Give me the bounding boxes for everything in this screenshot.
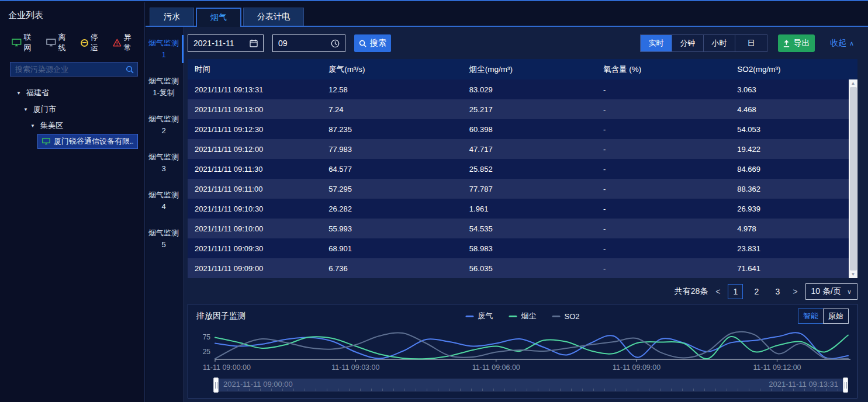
main-panel: 污水烟气分表计电 烟气监测1烟气监测1-复制烟气监测2烟气监测3烟气监测4烟气监… [146,2,868,402]
monitor-tab[interactable]: 烟气监测2 [146,111,184,139]
granularity-button[interactable]: 分钟 [672,35,704,51]
chevron-down-icon[interactable]: ▼ [30,123,36,129]
date-picker[interactable] [188,34,264,52]
hour-picker[interactable] [272,34,345,52]
chevron-down-icon[interactable]: ▼ [16,91,22,96]
table-row[interactable]: 2021/11/11 09:13:3112.5883.029-3.063 [188,79,857,99]
tree-item-company-selected[interactable]: 厦门锐谷通信设备有限... [37,134,138,149]
slider-handle-right[interactable] [843,377,848,393]
granularity-button[interactable]: 日 [735,35,767,51]
granularity-button[interactable]: 实时 [641,35,672,51]
table-cell: 7.24 [321,99,462,119]
time-range-slider[interactable]: 2021-11-11 09:00:00 2021-11-11 09:13:31 [215,379,846,391]
top-tab[interactable]: 污水 [150,8,194,26]
top-tab[interactable]: 烟气 [196,8,241,27]
search-button[interactable]: 搜索 [354,34,391,52]
tree-item-city[interactable]: ▼ 厦门市 [0,101,144,117]
legend-label: 联网 [24,32,39,53]
tree-item-district[interactable]: ▼ 集美区 [0,117,144,134]
table-cell: 77.983 [321,139,462,159]
content-area: 搜索 实时分钟小时日 导出 收起 [184,27,868,402]
table-cell: - [596,179,730,199]
tree-label: 福建省 [26,88,49,98]
table-row[interactable]: 2021/11/11 09:11:3064.57725.852-84.669 [188,159,857,179]
hour-input[interactable] [278,39,331,48]
table-cell: 84.669 [730,159,857,179]
page-size-label: 10 条/页 [811,286,841,297]
top-tab[interactable]: 分表计电 [243,8,304,26]
pagination: 共有28条 < 123 > 10 条/页 ∨ [188,283,857,300]
next-page-icon[interactable]: > [791,287,798,296]
monitor-tab[interactable]: 烟气监测3 [146,149,184,177]
table-scrollbar[interactable]: ▲ ▼ [849,79,857,278]
monitor-tab[interactable]: 烟气监测1 [146,35,184,63]
table-cell: 2021/11/11 09:12:30 [188,119,321,139]
table-cell: 2021/11/11 09:10:00 [188,219,321,238]
table-cell: 25.852 [462,159,596,179]
monitor-tab[interactable]: 烟气监测5 [146,225,184,253]
table-row[interactable]: 2021/11/11 09:12:0077.98347.717-19.422 [188,139,857,159]
table-cell: 55.993 [321,219,462,238]
legend-dash-icon [552,316,560,317]
monitor-online-icon [42,138,50,145]
monitor-tab[interactable]: 烟气监测1-复制 [146,73,184,101]
collapse-toggle[interactable]: 收起 ∧ [830,38,854,48]
svg-text:11-11 09:06:00: 11-11 09:06:00 [472,363,520,372]
legend-label: 废气 [478,311,493,321]
legend-dash-icon [465,316,473,317]
table-cell: - [596,99,730,119]
table-cell: - [596,119,730,139]
legend-label: 烟尘 [521,311,536,321]
enterprise-sidebar: 企业列表 联网 离线 停运 [0,2,145,402]
slider-ticks [216,389,846,391]
monitor-online-icon [12,39,22,47]
table-cell: 87.235 [321,119,462,139]
sidebar-title: 企业列表 [0,2,144,21]
search-icon[interactable] [122,65,137,74]
granularity-button[interactable]: 小时 [704,35,735,51]
page-size-select[interactable]: 10 条/页 ∨ [805,283,857,300]
mode-raw-button[interactable]: 原始 [823,309,849,324]
table-row[interactable]: 2021/11/11 09:10:0055.99354.535-4.978 [188,219,857,238]
table-cell: 2021/11/11 09:13:00 [188,99,321,119]
table-row[interactable]: 2021/11/11 09:10:3026.2821.961-26.939 [188,199,857,219]
legend-item[interactable]: 废气 [465,311,493,321]
monitor-tab[interactable]: 烟气监测4 [146,187,184,215]
legend-offline: 离线 [46,32,73,53]
svg-text:11-11 09:00:00: 11-11 09:00:00 [203,363,251,372]
page-number[interactable]: 2 [749,284,764,299]
mode-smart-button[interactable]: 智能 [798,309,824,324]
table-row[interactable]: 2021/11/11 09:13:007.2425.217-4.468 [188,99,857,119]
date-input[interactable] [193,39,250,48]
table-row[interactable]: 2021/11/11 09:09:006.73656.035-71.641 [188,258,857,278]
line-chart[interactable]: 257511-11 09:00:0011-11 09:03:0011-11 09… [194,325,851,377]
tree-item-province[interactable]: ▼ 福建省 [0,85,144,101]
enterprise-search-box [10,62,138,77]
page-list: 123 [728,284,785,299]
svg-text:25: 25 [203,348,211,356]
page-number[interactable]: 1 [728,284,743,299]
table-row[interactable]: 2021/11/11 09:09:3068.90158.983-23.831 [188,238,857,258]
status-legend: 联网 离线 停运 异常 [0,21,144,53]
table-cell: 23.831 [730,238,857,258]
table-cell: 58.983 [462,238,596,258]
legend-item[interactable]: 烟尘 [509,311,536,321]
table-row[interactable]: 2021/11/11 09:12:3087.23560.398-54.053 [188,119,857,139]
table-row[interactable]: 2021/11/11 09:11:0057.29577.787-88.362 [188,179,857,199]
scroll-up-icon[interactable]: ▲ [851,79,856,87]
legend-item[interactable]: SO2 [552,312,579,321]
prev-page-icon[interactable]: < [714,287,721,296]
column-header: 废气(m³/s) [321,59,462,79]
scrollbar-thumb[interactable] [850,87,857,271]
table-cell: - [596,139,730,159]
scroll-down-icon[interactable]: ▼ [851,271,856,278]
granularity-group: 实时分钟小时日 [640,34,767,52]
enterprise-search-input[interactable] [11,65,122,74]
page-number[interactable]: 3 [770,284,785,299]
chevron-down-icon[interactable]: ▼ [23,107,29,112]
app-window: 企业列表 联网 离线 停运 [0,0,868,402]
table-cell: 54.053 [730,119,857,139]
export-button[interactable]: 导出 [778,34,815,52]
svg-text:11-11 09:09:00: 11-11 09:09:00 [613,363,660,372]
slider-handle-left[interactable] [213,377,219,393]
